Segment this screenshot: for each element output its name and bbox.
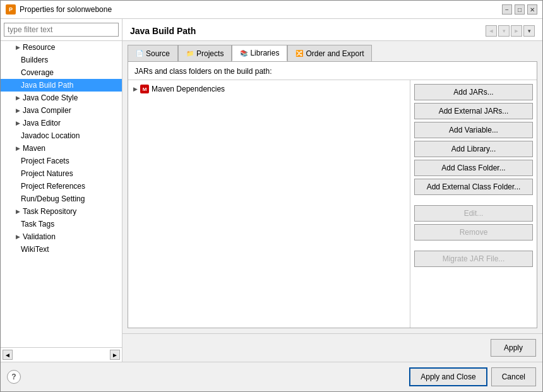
sidebar-item-builders[interactable]: Builders	[1, 54, 122, 66]
expand-icon: ▶	[15, 44, 21, 50]
projects-tab-icon: 📁	[186, 50, 194, 57]
tab-source[interactable]: 📄 Source	[128, 45, 178, 61]
expand-icon: ▶	[15, 107, 21, 114]
main-content: ▶ Resource Builders Coverage Java Build …	[1, 19, 542, 362]
panel-title: Java Build Path	[130, 26, 196, 36]
migrate-jar-button[interactable]: Migrate JAR File...	[414, 251, 533, 267]
sidebar-item-java-code-style[interactable]: ▶ Java Code Style	[1, 92, 122, 104]
libraries-tab-icon: 📚	[240, 50, 248, 57]
maximize-button[interactable]: □	[515, 4, 525, 15]
expand-icon: ▶	[133, 86, 138, 92]
apply-and-close-button[interactable]: Apply and Close	[409, 367, 487, 386]
right-panel: Java Build Path ◄ ▾ ► ▾ 📄 Source 📁 Proje…	[122, 19, 542, 362]
tab-order-export[interactable]: 🔀 Order and Export	[287, 45, 372, 61]
sidebar-item-java-compiler[interactable]: ▶ Java Compiler	[1, 104, 122, 117]
panel-body: JARs and class folders on the build path…	[128, 61, 537, 328]
sidebar-item-maven[interactable]: ▶ Maven	[1, 142, 122, 155]
build-path-split: ▶ M Maven Dependencies Add JARs... Add E…	[128, 80, 537, 328]
nav-dropdown-button[interactable]: ▾	[498, 25, 510, 37]
source-tab-icon: 📄	[136, 50, 143, 57]
apply-area: Apply	[491, 339, 536, 357]
add-variable-button[interactable]: Add Variable...	[414, 122, 533, 138]
sidebar: ▶ Resource Builders Coverage Java Build …	[1, 19, 122, 362]
tab-libraries[interactable]: 📚 Libraries	[232, 45, 287, 61]
filter-wrap	[1, 19, 122, 41]
sidebar-item-coverage[interactable]: Coverage	[1, 66, 122, 79]
sidebar-item-task-tags[interactable]: Task Tags	[1, 218, 122, 230]
maven-dependencies-item[interactable]: ▶ M Maven Dependencies	[128, 83, 410, 95]
window-icon: P	[6, 4, 16, 15]
sidebar-item-validation[interactable]: ▶ Validation	[1, 230, 122, 243]
sidebar-item-task-repository[interactable]: ▶ Task Repository	[1, 205, 122, 218]
expand-icon: ▶	[15, 120, 21, 126]
build-path-label: JARs and class folders on the build path…	[128, 62, 537, 80]
help-button[interactable]: ?	[7, 370, 21, 384]
titlebar: P Properties for solonwebone − □ ✕	[1, 1, 542, 19]
sidebar-item-project-facets[interactable]: Project Facets	[1, 155, 122, 167]
maven-dependencies-label: Maven Dependencies	[152, 85, 225, 93]
sidebar-item-project-natures[interactable]: Project Natures	[1, 167, 122, 180]
dialog-footer-right: Apply and Close Cancel	[409, 367, 536, 386]
sidebar-tree: ▶ Resource Builders Coverage Java Build …	[1, 41, 122, 347]
panel-header: Java Build Path ◄ ▾ ► ▾	[122, 19, 542, 41]
sidebar-item-run-debug-settings[interactable]: Run/Debug Setting	[1, 193, 122, 205]
order-export-tab-icon: 🔀	[295, 50, 303, 57]
tabs-row: 📄 Source 📁 Projects 📚 Libraries 🔀 Order …	[122, 41, 542, 61]
expand-icon: ▶	[15, 234, 21, 240]
add-jars-button[interactable]: Add JARs...	[414, 84, 533, 100]
minimize-button[interactable]: −	[502, 4, 512, 15]
expand-icon: ▶	[15, 145, 21, 151]
add-class-folder-button[interactable]: Add Class Folder...	[414, 160, 533, 176]
sidebar-item-java-build-path[interactable]: Java Build Path	[1, 79, 122, 92]
scroll-right-button[interactable]: ►	[110, 350, 120, 360]
remove-button[interactable]: Remove	[414, 224, 533, 241]
expand-icon: ▶	[15, 208, 21, 215]
dialog-footer: ? Apply and Close Cancel	[1, 362, 542, 391]
nav-back-button[interactable]: ◄	[486, 25, 497, 37]
add-library-button[interactable]: Add Library...	[414, 141, 533, 157]
panel-nav-buttons: ◄ ▾ ► ▾	[486, 25, 535, 37]
cancel-button[interactable]: Cancel	[491, 367, 536, 386]
window-title: Properties for solonwebone	[20, 5, 498, 14]
properties-window: P Properties for solonwebone − □ ✕ ▶ Res…	[0, 0, 543, 392]
sidebar-item-wikitext[interactable]: WikiText	[1, 243, 122, 256]
expand-icon: ▶	[15, 95, 21, 101]
nav-menu-button[interactable]: ▾	[523, 25, 535, 37]
close-button[interactable]: ✕	[527, 4, 537, 15]
maven-icon: M	[140, 85, 149, 93]
sidebar-item-java-editor[interactable]: ▶ Java Editor	[1, 117, 122, 129]
tab-projects[interactable]: 📁 Projects	[178, 45, 232, 61]
sidebar-bottom: ◄ ►	[1, 347, 122, 362]
sidebar-item-resource[interactable]: ▶ Resource	[1, 41, 122, 54]
apply-footer: Apply	[122, 333, 542, 362]
sidebar-item-project-references[interactable]: Project References	[1, 180, 122, 193]
apply-button[interactable]: Apply	[491, 339, 536, 357]
nav-forward-button[interactable]: ►	[511, 25, 522, 37]
add-external-class-folder-button[interactable]: Add External Class Folder...	[414, 179, 533, 195]
filter-input[interactable]	[4, 23, 119, 37]
build-path-list: ▶ M Maven Dependencies	[128, 80, 410, 328]
titlebar-buttons: − □ ✕	[502, 4, 537, 15]
edit-button[interactable]: Edit...	[414, 205, 533, 222]
add-external-jars-button[interactable]: Add External JARs...	[414, 103, 533, 119]
build-path-buttons: Add JARs... Add External JARs... Add Var…	[410, 80, 537, 328]
scroll-left-button[interactable]: ◄	[3, 350, 13, 360]
sidebar-item-javadoc-location[interactable]: Javadoc Location	[1, 129, 122, 142]
